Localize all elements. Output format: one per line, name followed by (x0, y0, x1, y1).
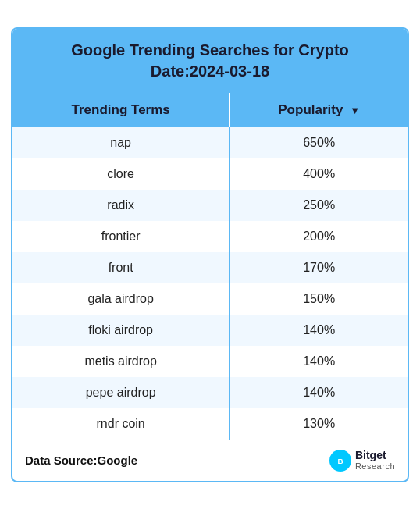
title-line2: Date:2024-03-18 (151, 62, 269, 80)
cell-popularity: 170% (230, 252, 408, 283)
table-row: radix250% (12, 190, 408, 221)
cell-term: pepe airdrop (12, 377, 230, 408)
table-row: nap650% (12, 127, 408, 158)
cell-popularity: 400% (230, 158, 408, 190)
cell-term: frontier (12, 221, 230, 252)
table-wrapper: Trending Terms Popularity ▼ nap650%clore… (12, 93, 408, 440)
col-header-terms: Trending Terms (12, 93, 230, 127)
table-row: front170% (12, 252, 408, 283)
cell-popularity: 150% (230, 283, 408, 315)
cell-popularity: 140% (230, 315, 408, 346)
table-row: pepe airdrop140% (12, 377, 408, 408)
table-row: floki airdrop140% (12, 315, 408, 346)
cell-term: nap (12, 127, 230, 158)
cell-popularity: 140% (230, 377, 408, 408)
cell-popularity: 250% (230, 190, 408, 221)
table-row: rndr coin130% (12, 408, 408, 440)
cell-term: rndr coin (12, 408, 230, 440)
table-row: frontier200% (12, 221, 408, 252)
data-source-label: Data Source:Google (25, 454, 137, 467)
table-body: nap650%clore400%radix250%frontier200%fro… (12, 127, 408, 440)
cell-term: floki airdrop (12, 315, 230, 346)
main-card: Google Trending Searches for Crypto Date… (11, 27, 409, 482)
col-header-popularity[interactable]: Popularity ▼ (230, 93, 408, 127)
cell-term: metis airdrop (12, 346, 230, 377)
header: Google Trending Searches for Crypto Date… (12, 29, 408, 93)
cell-popularity: 140% (230, 346, 408, 377)
cell-term: gala airdrop (12, 283, 230, 315)
table-row: clore400% (12, 158, 408, 190)
brand-name: Bitget (355, 450, 395, 461)
cell-term: radix (12, 190, 230, 221)
brand-text: Bitget Research (355, 450, 395, 471)
title-line1: Google Trending Searches for Crypto (71, 41, 349, 59)
table-header-row: Trending Terms Popularity ▼ (12, 93, 408, 127)
table-row: gala airdrop150% (12, 283, 408, 315)
svg-text:B: B (337, 456, 343, 465)
brand-sub: Research (355, 461, 395, 471)
brand-logo: B Bitget Research (329, 450, 395, 472)
bitget-icon: B (329, 450, 351, 472)
cell-term: clore (12, 158, 230, 190)
header-title: Google Trending Searches for Crypto Date… (28, 40, 392, 82)
sort-arrow-icon: ▼ (350, 105, 360, 116)
cell-popularity: 130% (230, 408, 408, 440)
trending-table: Trending Terms Popularity ▼ nap650%clore… (12, 93, 408, 440)
footer: Data Source:Google B Bitget Research (12, 440, 408, 481)
cell-popularity: 200% (230, 221, 408, 252)
cell-term: front (12, 252, 230, 283)
table-row: metis airdrop140% (12, 346, 408, 377)
cell-popularity: 650% (230, 127, 408, 158)
